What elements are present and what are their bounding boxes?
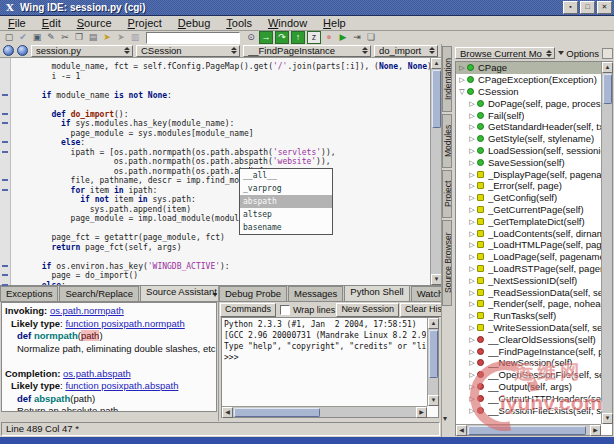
fold-mark-icon[interactable] — [2, 265, 8, 267]
completion-item[interactable]: basename — [240, 221, 332, 234]
tree-horizontal-scrollbar[interactable]: ◀ ▶ — [456, 424, 601, 435]
maximize-icon[interactable]: □ — [580, 1, 595, 14]
code-line[interactable]: ipath = [os.path.normpath(os.path.abspat… — [11, 148, 430, 158]
tab-source-assistant[interactable]: Source Assistant — [140, 286, 218, 301]
expander-closed-icon[interactable]: ▷ — [468, 98, 476, 109]
close-icon[interactable]: ✕ — [597, 1, 612, 14]
panel-expand-icon[interactable]: ▾ — [443, 414, 447, 423]
code-line[interactable]: page_module = imp.load_module(modul — [11, 214, 430, 224]
shell-output-text[interactable]: Python 2.3.3 (#1, Jan 2 2004, 17:58:51)[… — [224, 319, 426, 405]
menu-help[interactable]: Help — [315, 17, 354, 29]
scroll-up-icon[interactable]: ▲ — [428, 318, 439, 329]
tree-row[interactable]: ▽CSession — [456, 86, 601, 98]
code-line[interactable]: if os.environ.has_key('WINGDB_ACTIVE'): — [11, 262, 430, 272]
scope-combo[interactable]: do_import — [374, 45, 438, 57]
tree-row[interactable]: ▷_Render(self, page, noheader) — [456, 298, 601, 310]
expander-closed-icon[interactable]: ▷ — [468, 121, 476, 132]
file-combo[interactable]: session.py — [31, 45, 133, 57]
expander-closed-icon[interactable]: ▷ — [468, 251, 476, 262]
tree-row[interactable]: ▷__ClearOldSessions(self) — [456, 333, 601, 345]
tree-row[interactable]: ▷__SessionFileExists(self, sessio — [456, 404, 601, 416]
tree-row[interactable]: ▷_RunTasks(self) — [456, 310, 601, 322]
expander-closed-icon[interactable]: ▷ — [468, 357, 476, 368]
editor-scroll-thumb[interactable] — [432, 70, 441, 128]
expander-closed-icon[interactable]: ▷ — [468, 145, 476, 156]
vtab-indentation[interactable]: Indentation — [442, 46, 452, 112]
code-line[interactable] — [11, 100, 430, 110]
tree-row[interactable]: ▷_ReadSessionData(self, session_id — [456, 286, 601, 298]
code-line[interactable]: page = do_import() — [11, 271, 430, 281]
titlebar[interactable]: X Wing IDE: session.py (cgi) ▪□✕ — [0, 0, 614, 16]
forward-bookmark-icon[interactable]: ➤ — [101, 32, 113, 43]
menu-window[interactable]: Window — [260, 17, 315, 29]
scroll-down-icon[interactable]: ▼ — [428, 395, 439, 406]
step-out-icon[interactable]: ↑ — [291, 31, 305, 44]
expander-closed-icon[interactable]: ▷ — [468, 369, 476, 380]
save-as-icon[interactable]: ✎ — [45, 32, 57, 43]
code-line[interactable]: os.path.normpath(os.path.abspath('websit… — [11, 157, 430, 167]
tab-exceptions[interactable]: Exceptions — [0, 286, 58, 301]
paste-icon[interactable]: ▤ — [87, 32, 99, 43]
scroll-left-icon[interactable]: ◀ — [456, 425, 467, 436]
completion-item[interactable]: altsep — [240, 208, 332, 221]
expander-open-icon[interactable]: ▽ — [458, 86, 466, 97]
editor-text-area[interactable]: module_name, fct = self.fConfig.PageMap(… — [11, 58, 430, 285]
fold-mark-icon[interactable] — [2, 113, 8, 115]
scroll-right-icon[interactable]: ▶ — [416, 407, 427, 418]
expander-closed-icon[interactable]: ▷ — [468, 192, 476, 203]
save-icon[interactable]: ▣ — [31, 32, 43, 43]
autocomplete-popup[interactable]: __all___varprogabspathaltsepbasename — [239, 168, 333, 235]
cut-icon[interactable]: ✂ — [59, 32, 71, 43]
expander-closed-icon[interactable]: ▷ — [468, 405, 476, 416]
code-line[interactable]: else: — [11, 138, 430, 148]
expander-closed-icon[interactable]: ▷ — [468, 334, 476, 345]
wrap-lines-checkbox[interactable] — [280, 305, 290, 315]
shell-output-box[interactable]: Python 2.3.3 (#1, Jan 2 2004, 17:58:51)[… — [221, 317, 439, 418]
menu-file[interactable]: File — [0, 17, 34, 29]
tree-row[interactable]: ▷__NewSession(self) — [456, 357, 601, 369]
method-combo[interactable]: __FindPageInstance — [243, 45, 371, 57]
scroll-up-icon[interactable]: ▲ — [602, 62, 613, 73]
panel-detach-box[interactable] — [602, 48, 613, 59]
tree-row[interactable]: ▷_LoadRSTPage(self, pagename, arg — [456, 263, 601, 275]
minimize-icon[interactable]: ▪ — [563, 1, 578, 14]
fold-mark-icon[interactable] — [2, 179, 8, 181]
vtab-source-browser[interactable]: Source Browser — [442, 220, 452, 306]
code-editor[interactable]: module_name, fct = self.fConfig.PageMap(… — [0, 58, 441, 286]
tree-row[interactable]: ▷_LoadContents(self, dirname, tocn — [456, 227, 601, 239]
menu-tools[interactable]: Tools — [218, 17, 260, 29]
expander-closed-icon[interactable]: ▷ — [468, 133, 476, 144]
tree-row[interactable]: ▷_GetCurrentPage(self) — [456, 204, 601, 216]
fold-mark-icon[interactable] — [2, 151, 8, 153]
menu-edit[interactable]: Edit — [34, 17, 69, 29]
fold-mark-icon[interactable] — [2, 274, 8, 276]
code-line[interactable]: for item in ipath: — [11, 186, 430, 196]
shell-vertical-scrollbar[interactable]: ▲ ▼ — [427, 318, 438, 406]
commands-button[interactable]: Commands — [220, 303, 276, 317]
tree-scroll-thumb[interactable] — [603, 74, 612, 104]
expander-closed-icon[interactable]: ▷ — [468, 263, 476, 274]
editor-gutter[interactable] — [0, 58, 11, 285]
tree-row[interactable]: ▷_GetTemplateDict(self) — [456, 215, 601, 227]
doc-link[interactable]: os.path.normpath — [50, 305, 124, 316]
tree-row[interactable]: ▷Fail(self) — [456, 109, 601, 121]
expander-closed-icon[interactable]: ▷ — [468, 310, 476, 321]
tree-row[interactable]: ▷_WriteSessionData(self, session_ic — [456, 322, 601, 334]
editor-vertical-scrollbar[interactable]: ▲ ▼ — [430, 58, 441, 285]
tab-search-replace[interactable]: Search/Replace — [59, 286, 139, 301]
doc-link[interactable]: function posixpath.normpath — [65, 318, 184, 329]
fold-mark-icon[interactable] — [2, 189, 8, 191]
tree-hscroll-thumb[interactable] — [468, 426, 586, 435]
tree-row[interactable]: ▷__OpenSessionFile(self, session_ic — [456, 369, 601, 381]
scroll-left-icon[interactable]: ◀ — [222, 407, 233, 418]
breakpoint-icon[interactable]: z — [307, 31, 321, 44]
tree-row[interactable]: ▷_LoadPage(self, pagename, args) — [456, 251, 601, 263]
doc-link[interactable]: os.path.abspath — [63, 368, 131, 379]
code-line[interactable]: if sys.modules.has_key(module_name): — [11, 119, 430, 129]
tree-row[interactable]: ▷__OutputHTTPHeaders(self, page, — [456, 392, 601, 404]
shell-scroll-thumb[interactable] — [429, 330, 438, 378]
fold-mark-icon[interactable] — [2, 122, 8, 124]
module-tree[interactable]: ▷CPage▷CPageException(Exception)▽CSessio… — [456, 62, 601, 424]
fold-mark-icon[interactable] — [2, 94, 8, 96]
expander-closed-icon[interactable]: ▷ — [468, 228, 476, 239]
